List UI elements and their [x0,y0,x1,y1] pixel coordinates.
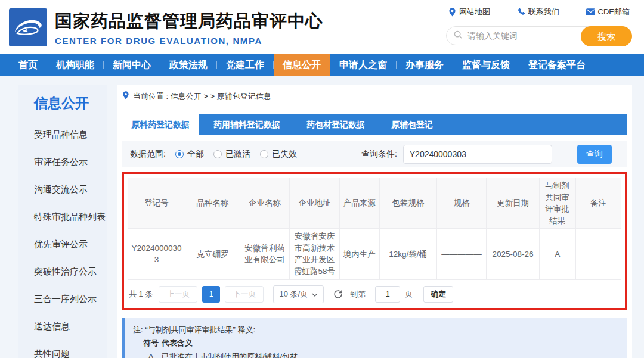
breadcrumb-pin-icon [122,91,129,101]
radio-all-label: 全部 [187,149,204,160]
table-header-row: 登记号 品种名称 企业名称 企业地址 产品来源 包装规格 规格 更新日期 与制剂… [128,178,621,229]
chevron-down-icon [312,289,318,298]
nav-item-news[interactable]: 新闻中心 [104,54,160,76]
search-button[interactable]: 搜索 [581,26,632,46]
note-line1: 注: “与制剂共同审评审批结果” 释义: [133,323,618,337]
tab-raw-aux-pack[interactable]: 原辅包登记 [382,114,442,135]
sidebar-title: 信息公开 [34,94,101,113]
query-button[interactable]: 查询 [577,145,612,164]
main-nav: 首页 机构职能 新闻中心 政策法规 党建工作 信息公开 申请人之窗 办事服务 监… [0,54,644,76]
tab-api-registration[interactable]: 原料药登记数据 [122,114,199,135]
main-card: 当前位置 : 信息公开 > > 原辅包登记信息 原料药登记数据 药用辅料登记数据… [117,85,632,358]
sitemap-link-label: 网站地图 [459,7,490,17]
total-count: 共 1 条 [129,289,153,300]
nav-item-home[interactable]: 首页 [10,54,47,76]
page-1-button[interactable]: 1 [202,286,220,303]
sidebar-item-review-tasks[interactable]: 审评任务公示 [34,157,101,168]
site-title: 国家药品监督管理局药品审评中心 [55,10,323,33]
sidebar-item-three-in-one[interactable]: 三合一序列公示 [34,294,101,305]
breadcrumb: 当前位置 : 信息公开 > > 原辅包登记信息 [122,85,627,108]
cde-logo-icon [9,8,47,46]
sidebar-item-delivery-info[interactable]: 送达信息 [34,321,101,332]
nav-item-registration-platform[interactable]: 登记备案平台 [519,54,595,76]
next-page-button[interactable]: 下一页 [225,286,264,303]
col-company-address: 企业地址 [290,178,340,229]
prev-page-button[interactable]: 上一页 [159,286,197,303]
sidebar-item-communication[interactable]: 沟通交流公示 [34,184,101,195]
nav-item-supervision[interactable]: 监督与反馈 [453,54,519,76]
note-meaning-a: 已批准在上市制剂使用的原料/辅料/包材。 [162,350,305,358]
page-size-value: 10 条/页 [279,289,308,300]
refresh-icon[interactable] [333,289,343,299]
col-joint-review-result: 与制剂共同审评审批结果 [539,178,575,229]
site-subtitle: CENTER FOR DRUG EVALUATION, NMPA [55,36,323,46]
search-bar: 搜索 [446,26,632,45]
pagination: 共 1 条 上一页 1 下一页 10 条/页 到第 [128,280,621,304]
nav-item-party[interactable]: 党建工作 [217,54,273,76]
col-spec: 规格 [436,178,487,229]
query-label: 查询条件: [361,149,397,160]
annotation-red-box: 登记号 品种名称 企业名称 企业地址 产品来源 包装规格 规格 更新日期 与制剂… [122,172,627,310]
page: 国家药品监督管理局药品审评中心 CENTER FOR DRUG EVALUATI… [0,0,644,358]
header-right: 网站地图 联系我们 CDE邮箱 [446,0,632,54]
col-product-source: 产品来源 [339,178,379,229]
page-size-select[interactable]: 10 条/页 [273,285,324,303]
goto-suffix: 页 [405,289,413,300]
sidebar-item-common-issues[interactable]: 共性问题 [34,348,101,358]
scope-label: 数据范围: [130,149,166,160]
cell-update-date: 2025-08-26 [487,229,539,279]
sitemap-link[interactable]: 网站地图 [448,7,490,17]
col-variety-name: 品种名称 [185,178,240,229]
sidebar-item-breakthrough-therapy[interactable]: 突破性治疗公示 [34,266,101,278]
phone-icon [517,8,525,16]
cell-company-address: 安徽省安庆市高新技术产业开发区霞虹路58号 [290,229,340,279]
mail-icon [586,8,595,15]
radio-all[interactable]: 全部 [175,149,204,160]
nav-item-info-disclosure[interactable]: 信息公开 [274,54,330,76]
nav-item-policy[interactable]: 政策法规 [160,54,216,76]
search-input[interactable] [467,31,575,41]
radio-activated[interactable]: 已激活 [213,149,250,160]
contact-link-label: 联系我们 [528,7,559,17]
radio-expired-icon [260,150,268,158]
tab-bar: 原料药登记数据 药用辅料登记数据 药包材登记数据 原辅包登记 [122,114,627,135]
note-meaning-header: 代表含义 [162,337,193,350]
note-box: 注: “与制剂共同审评审批结果” 释义: 符号 代表含义 A 已批准在上市制剂使… [122,318,627,358]
cell-variety-name: 克立硼罗 [185,229,240,279]
cell-registration-no: Y20240000303 [128,229,185,279]
col-registration-no: 登记号 [128,178,185,229]
site-header: 国家药品监督管理局药品审评中心 CENTER FOR DRUG EVALUATI… [0,0,644,54]
note-row-a: A 已批准在上市制剂使用的原料/辅料/包材。 [133,350,618,358]
query-input[interactable] [403,145,552,164]
nav-item-functions[interactable]: 机构职能 [47,54,103,76]
goto-page-input[interactable] [375,286,400,303]
radio-expired-label: 已失效 [272,149,297,160]
sidebar-item-priority-review[interactable]: 优先审评公示 [34,239,101,250]
note-symbol-a: A [140,350,162,358]
cell-product-source: 境内生产 [339,229,379,279]
cell-company-name: 安徽普利药业有限公司 [240,229,290,279]
contact-link[interactable]: 联系我们 [517,7,559,17]
tab-excipient-registration[interactable]: 药用辅料登记数据 [205,114,289,135]
search-icon [454,30,463,42]
table-row: Y20240000303 克立硼罗 安徽普利药业有限公司 安徽省安庆市高新技术产… [128,229,621,279]
cde-mail-link-label: CDE邮箱 [598,7,630,17]
radio-activated-label: 已激活 [225,149,250,160]
cell-spec: ————— [436,229,487,279]
col-company-name: 企业名称 [240,178,290,229]
sidebar-item-accepted-varieties[interactable]: 受理品种信息 [34,129,101,141]
nav-item-applicant[interactable]: 申请人之窗 [330,54,396,76]
filter-bar: 数据范围: 全部 已激活 已失效 查询条件: 查询 [122,141,627,167]
note-header: 符号 代表含义 [133,337,618,350]
cell-joint-review-result: A [539,229,575,279]
col-remarks: 备注 [575,178,621,229]
cde-mail-link[interactable]: CDE邮箱 [586,7,630,17]
confirm-button[interactable]: 确定 [423,286,453,303]
registration-table: 登记号 品种名称 企业名称 企业地址 产品来源 包装规格 规格 更新日期 与制剂… [128,178,621,280]
nav-item-services[interactable]: 办事服务 [397,54,453,76]
radio-expired[interactable]: 已失效 [260,149,297,160]
radio-all-icon [175,150,184,158]
tab-packaging-registration[interactable]: 药包材登记数据 [298,114,374,135]
sidebar-item-special-approval[interactable]: 特殊审批品种列表 [34,211,101,223]
sidebar: 信息公开 受理品种信息 审评任务公示 沟通交流公示 特殊审批品种列表 优先审评公… [18,85,107,358]
